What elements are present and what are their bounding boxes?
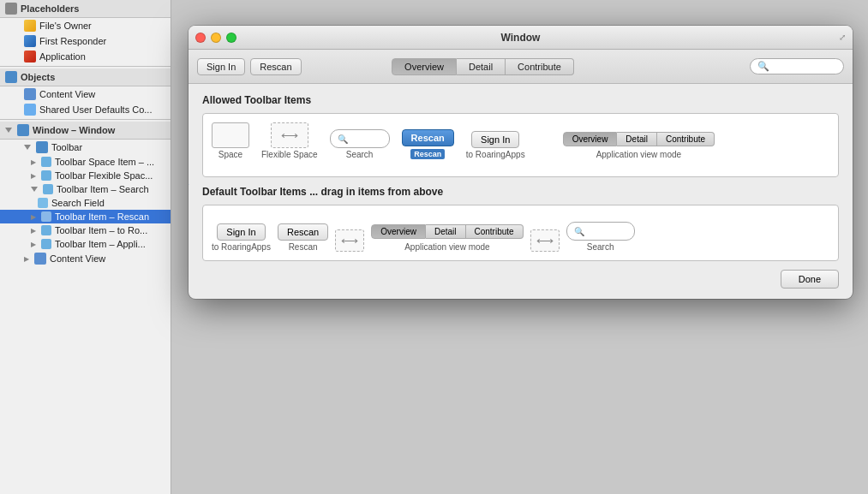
default-search-label: Search bbox=[587, 242, 614, 252]
seg-detail[interactable]: Detail bbox=[457, 58, 506, 75]
application-label: Application bbox=[39, 51, 86, 62]
default-seg-contribute[interactable]: Contribute bbox=[466, 224, 524, 239]
allowed-title: Allowed Toolbar Items bbox=[202, 94, 839, 106]
seg-contribute[interactable]: Contribute bbox=[506, 58, 574, 75]
signin-box[interactable]: Sign In bbox=[471, 131, 519, 148]
default-rescan-box[interactable]: Rescan bbox=[278, 223, 328, 241]
sidebar-item-to-ro[interactable]: ▶ Toolbar Item – to Ro... bbox=[0, 223, 171, 237]
first-responder-icon bbox=[24, 35, 36, 47]
allowed-segmented: Overview Detail Contribute bbox=[563, 132, 715, 146]
default-flex2-widget: ⟷ bbox=[530, 229, 560, 252]
toolbar-search-label: Toolbar Item – Search bbox=[57, 184, 149, 194]
window-expand-icon[interactable] bbox=[5, 128, 12, 133]
done-button[interactable]: Done bbox=[781, 270, 839, 289]
sidebar-item-rescan[interactable]: ▶ Toolbar Item – Rescan bbox=[0, 210, 171, 223]
flex-space-arrow: ▶ bbox=[31, 172, 36, 180]
search-input[interactable] bbox=[773, 62, 841, 72]
placeholder-icon bbox=[5, 3, 17, 15]
sidebar-item-content-view[interactable]: Content View bbox=[0, 86, 171, 102]
default-app-view-mode: Application view mode bbox=[404, 242, 490, 252]
space-box[interactable] bbox=[212, 122, 249, 148]
appli-icon bbox=[41, 239, 51, 249]
sidebar-item-appli[interactable]: ▶ Toolbar Item – Appli... bbox=[0, 237, 171, 251]
search-box[interactable]: 🔍 bbox=[330, 129, 390, 148]
flex-space-box[interactable]: ⟷ bbox=[271, 122, 308, 148]
app-view-mode: Application view mode bbox=[596, 150, 682, 159]
shared-icon bbox=[24, 104, 36, 116]
application-icon bbox=[24, 51, 36, 62]
to-ro-icon bbox=[41, 225, 51, 235]
signin-sub-label: to RoaringApps bbox=[466, 150, 525, 159]
default-signin-widget: Sign In to RoaringApps bbox=[212, 223, 271, 252]
default-flex-box[interactable]: ⟷ bbox=[335, 229, 364, 252]
separator-2 bbox=[0, 119, 171, 120]
rescan-box[interactable]: Rescan bbox=[402, 129, 454, 146]
sidebar-item-application[interactable]: Application bbox=[0, 49, 171, 64]
separator-1 bbox=[0, 66, 171, 67]
sidebar: Placeholders File's Owner First Responde… bbox=[0, 0, 171, 494]
toolbar-expand-icon[interactable] bbox=[24, 145, 31, 150]
first-responder-label: First Responder bbox=[39, 36, 106, 46]
toolbar-icon bbox=[36, 141, 48, 153]
minimize-button[interactable] bbox=[211, 33, 221, 43]
resize-icon[interactable]: ⤢ bbox=[839, 33, 846, 42]
sidebar-item-toolbar[interactable]: Toolbar bbox=[0, 140, 171, 155]
space-arrow: ▶ bbox=[31, 158, 36, 166]
default-seg-overview[interactable]: Overview bbox=[371, 224, 426, 239]
titlebar: Window ⤢ bbox=[189, 26, 853, 50]
flex-space-label: Toolbar Flexible Spac... bbox=[55, 170, 153, 181]
main-area: Window ⤢ Sign In Rescan Overview Detail … bbox=[171, 0, 868, 494]
rescan-toolbar-icon bbox=[41, 211, 51, 222]
default-signin-box[interactable]: Sign In bbox=[217, 223, 265, 241]
search-icon: 🔍 bbox=[757, 61, 769, 72]
signin-widget: Sign In to RoaringApps bbox=[466, 131, 525, 159]
default-flex2-box[interactable]: ⟷ bbox=[530, 229, 560, 252]
default-items-row: Sign In to RoaringApps Rescan Rescan ⟷ bbox=[212, 221, 829, 252]
sidebar-item-search-field[interactable]: Search Field bbox=[0, 196, 171, 210]
default-search-box[interactable]: 🔍 bbox=[566, 222, 635, 241]
flex-space-widget: ⟷ Flexible Space bbox=[261, 122, 318, 159]
allowed-seg-overview[interactable]: Overview bbox=[563, 132, 618, 146]
search-item-label: Search bbox=[346, 150, 374, 159]
allowed-seg-detail[interactable]: Detail bbox=[617, 132, 657, 146]
seg-overview[interactable]: Overview bbox=[392, 58, 457, 75]
sidebar-item-files-owner[interactable]: File's Owner bbox=[0, 18, 171, 33]
close-button[interactable] bbox=[195, 33, 206, 43]
toolbar-search-icon bbox=[43, 184, 53, 194]
flex-space-item-label: Flexible Space bbox=[261, 150, 318, 159]
sidebar-item-space[interactable]: ▶ Toolbar Space Item – ... bbox=[0, 155, 171, 169]
toolbar-search-field[interactable]: 🔍 bbox=[750, 58, 844, 74]
content-view-2-label: Content View bbox=[50, 253, 105, 264]
sidebar-item-flex-space[interactable]: ▶ Toolbar Flexible Spac... bbox=[0, 169, 171, 182]
sidebar-item-first-responder[interactable]: First Responder bbox=[0, 33, 171, 49]
sidebar-item-content-view-2[interactable]: ▶ Content View bbox=[0, 251, 171, 266]
content-view-icon bbox=[24, 88, 36, 100]
default-title: Default Toolbar Items ... drag in items … bbox=[202, 186, 839, 198]
sign-in-button[interactable]: Sign In bbox=[197, 58, 245, 75]
sidebar-item-shared[interactable]: Shared User Defaults Co... bbox=[0, 102, 171, 117]
flex-space-icon bbox=[41, 170, 51, 181]
default-seg-detail[interactable]: Detail bbox=[426, 224, 466, 239]
allowed-seg-contribute[interactable]: Contribute bbox=[657, 132, 715, 146]
sidebar-item-toolbar-search[interactable]: Toolbar Item – Search bbox=[0, 182, 171, 196]
search-expand-icon[interactable] bbox=[31, 187, 38, 192]
content-view-2-icon bbox=[34, 253, 46, 265]
rescan-widget: Rescan Rescan bbox=[402, 129, 454, 159]
objects-header: Objects bbox=[0, 68, 171, 86]
content-view-2-arrow: ▶ bbox=[24, 255, 29, 263]
objects-label: Objects bbox=[21, 72, 55, 82]
content-view-label: Content View bbox=[39, 89, 95, 99]
done-row: Done bbox=[202, 270, 839, 289]
maximize-button[interactable] bbox=[226, 33, 236, 43]
allowed-section: Space ⟷ Flexible Space 🔍 Search bbox=[202, 113, 839, 177]
default-search-icon: 🔍 bbox=[574, 227, 584, 236]
default-rescan-label: Rescan bbox=[289, 242, 318, 252]
toolbar-segmented: Overview Detail Contribute bbox=[392, 58, 574, 75]
window-dialog: Window ⤢ Sign In Rescan Overview Detail … bbox=[189, 26, 853, 299]
to-ro-label: Toolbar Item – to Ro... bbox=[55, 225, 147, 235]
rescan-arrow: ▶ bbox=[31, 213, 36, 221]
rescan-button[interactable]: Rescan bbox=[250, 58, 301, 75]
search-field-icon bbox=[38, 198, 48, 208]
appli-arrow: ▶ bbox=[31, 241, 36, 248]
search-widget: 🔍 Search bbox=[330, 129, 390, 159]
